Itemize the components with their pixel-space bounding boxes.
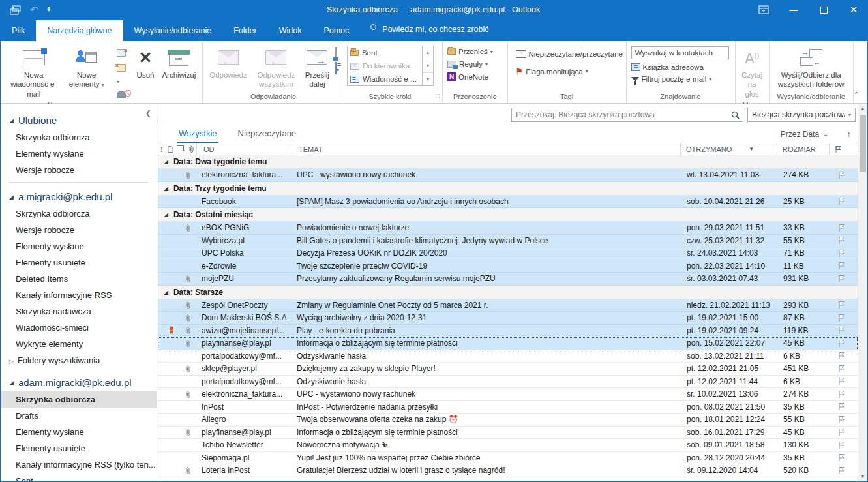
vertical-scrollbar[interactable]: ▲ ▼ [858, 104, 867, 481]
mail-row[interactable]: playfinanse@play.plInformacja o zbliżają… [158, 427, 858, 440]
column-from[interactable]: OD [196, 143, 292, 155]
flag-icon[interactable] [829, 401, 858, 414]
mail-row[interactable]: portalpodatkowy@mf...Odzyskiwanie hasłap… [158, 376, 858, 389]
mail-row[interactable]: sklep@player.plDziękujemy za zakupy w sk… [158, 363, 858, 376]
mail-row[interactable]: AllegroTwoja obserwowana oferta czeka na… [158, 414, 858, 427]
search-scope-dropdown[interactable]: Bieżąca skrzynka pocztowa ▾ [747, 108, 856, 122]
ribbon-display-options-icon[interactable] [749, 1, 779, 19]
flag-icon[interactable] [829, 452, 858, 464]
expanded-triangle-icon[interactable]: ◢ [9, 194, 14, 200]
read-aloud-button[interactable]: A)) Czytajna głos [738, 45, 766, 100]
mail-row[interactable]: Zespół OnetPocztyZmiany w Regulaminie On… [158, 299, 858, 312]
sidebar-item-elementy-usuni-te[interactable]: Elementy usunięte [1, 440, 157, 457]
sort-direction-icon[interactable]: ↑ [847, 129, 852, 139]
flag-icon[interactable] [829, 350, 858, 363]
mail-search-box[interactable] [511, 108, 743, 122]
unread-read-button[interactable]: Nieprzeczytane/przeczytane [516, 50, 623, 58]
expanded-triangle-icon[interactable]: ◢ [164, 211, 168, 218]
mail-group-header[interactable]: ◢Data: Dwa tygodnie temu [158, 155, 858, 169]
junk-icon[interactable]: ▾ [117, 63, 131, 86]
search-contacts-input[interactable]: Wyszukaj w kontaktach [631, 46, 729, 59]
mail-row[interactable]: mojePZUPrzesyłamy zaktualizowany Regulam… [158, 273, 858, 286]
mail-row[interactable]: UPC PolskaDecyzja Prezesa UOKiK nr DOZIK… [158, 247, 858, 260]
new-email-button[interactable]: Nowa wiadomość e-mail [3, 45, 64, 100]
undo-icon[interactable]: ↶ [30, 4, 38, 16]
collapse-ribbon-icon[interactable]: ⌃ [854, 91, 860, 99]
mail-row[interactable]: elektroniczna_faktura...UPC - wystawiono… [158, 169, 858, 182]
sidebar-item-wykryte-elementy[interactable]: Wykryte elementy [1, 336, 157, 352]
expanded-triangle-icon[interactable]: ◢ [9, 380, 14, 386]
sidebar-item-kana-y-informacyjne-rss-tylko-ten[interactable]: Kanały informacyjne RSS (tylko ten... [1, 457, 157, 473]
column-subject[interactable]: TEMAT [292, 143, 680, 155]
column-flag-icon[interactable] [829, 143, 858, 155]
flag-icon[interactable] [829, 325, 858, 337]
flag-icon[interactable] [829, 414, 858, 426]
flag-icon[interactable] [829, 388, 858, 400]
minimize-button[interactable]: — [779, 1, 809, 19]
sort-by-dropdown[interactable]: Przez Data ⌄ ↑ [781, 129, 851, 143]
move-button[interactable]: ↓ Przenieś ▾ [447, 48, 493, 55]
flag-icon[interactable] [829, 222, 858, 234]
send-receive-all-button[interactable]: →← Wyślij/Odbierz dlawszystkich folderów [774, 45, 848, 91]
sidebar-item-kana-y-informacyjne-rss[interactable]: Kanały informacyjne RSS [1, 287, 157, 303]
mail-row[interactable]: portalpodatkowy@mf...Odzyskiwanie hasłas… [158, 350, 858, 363]
tab-unread-mail[interactable]: Nieprzeczytane [237, 126, 298, 143]
forward-button[interactable]: → Prześlij dalej [301, 45, 333, 91]
flag-icon[interactable] [829, 260, 858, 273]
flag-icon[interactable] [829, 363, 858, 375]
mail-row[interactable]: Loteria InPostGratulacje! Bierzesz udzia… [158, 464, 858, 477]
flag-icon[interactable] [829, 439, 858, 451]
sidebar-item-deleted-items[interactable]: Deleted Items [1, 271, 157, 287]
quick-steps-scroll[interactable]: ▲ ▼ ▼ [423, 46, 434, 86]
customize-qat-icon[interactable]: ▾ [48, 7, 51, 12]
ignore-icon[interactable] [117, 48, 131, 59]
sidebar-item-skrzynka-odbiorcza[interactable]: Skrzynka odbiorcza [1, 205, 157, 222]
ribbon-tab-pomoc[interactable]: Pomoc [312, 20, 360, 41]
maximize-button[interactable] [809, 1, 839, 19]
flag-icon[interactable] [829, 299, 858, 312]
quick-steps-dialog-launcher-icon[interactable]: ⛶ [436, 91, 440, 102]
column-size[interactable]: ROZMIAR [777, 143, 829, 155]
mail-search-input[interactable] [512, 110, 727, 119]
column-item-type-icon[interactable] [166, 143, 175, 155]
mail-row[interactable]: InPostInPost - Potwierdzenie nadania prz… [158, 401, 858, 414]
mail-row[interactable]: Siepomaga.plYupi! Jest już 100% na wspar… [158, 452, 858, 465]
flag-icon[interactable] [829, 312, 858, 324]
mail-row[interactable]: e-ZdrowieTwoje szczepienie przeciw COVID… [158, 260, 858, 273]
onenote-button[interactable]: N OneNote [447, 72, 493, 81]
meeting-icon[interactable] [335, 48, 339, 59]
delete-button[interactable]: ✕ Usuń [133, 45, 158, 81]
mail-group-header[interactable]: ◢Data: Trzy tygodnie temu [158, 182, 858, 196]
mail-row[interactable]: Dom Maklerski BOŚ S.A.Wyciąg archiwalny … [158, 312, 858, 325]
flag-icon[interactable] [829, 247, 858, 260]
mail-row[interactable]: Facebook[SPAM] Masz 3 powiadomienia oo A… [158, 196, 858, 209]
sidebar-item-elementy-wys-ane[interactable]: Elementy wysłane [1, 238, 157, 254]
ribbon-tab-wysy-anie-odbieranie[interactable]: Wysyłanie/odbieranie [123, 20, 223, 41]
send-receive-status-icon[interactable] [10, 5, 21, 15]
flag-icon[interactable] [829, 273, 858, 285]
mail-row[interactable]: Tchibo NewsletterNoworoczna motywacja ⛷s… [158, 439, 858, 452]
flag-icon[interactable] [829, 235, 858, 247]
filter-email-button[interactable]: Filtruj pocztę e-mail ▾ [631, 75, 729, 83]
sidebar-item-wersje-robocze[interactable]: Wersje robocze [1, 162, 157, 178]
ribbon-tab-widok[interactable]: Widok [268, 20, 313, 41]
expanded-triangle-icon[interactable]: ◢ [9, 117, 14, 124]
flag-icon[interactable] [829, 169, 858, 181]
scroll-down-icon[interactable]: ▼ [858, 472, 867, 481]
mail-row[interactable]: Wyborcza.plBill Gates o pandemii i katas… [158, 235, 858, 248]
collapse-sidebar-icon[interactable]: ❮ [145, 109, 151, 117]
ribbon-tab-folder[interactable]: Folder [222, 20, 267, 41]
scroll-up-icon[interactable]: ▲ [858, 104, 867, 113]
collapsed-triangle-icon[interactable]: ▷ [9, 358, 14, 365]
flag-icon[interactable] [829, 337, 858, 350]
sidebar-account-ulubione[interactable]: ◢Ulubione [1, 112, 157, 129]
column-importance[interactable]: ! [158, 143, 166, 155]
expanded-triangle-icon[interactable]: ◢ [164, 289, 168, 295]
column-mail-state-icon[interactable] [175, 143, 187, 155]
sidebar-item-wiadomo-ci-mieci[interactable]: Wiadomości-śmieci [1, 320, 157, 336]
rules-button[interactable]: Reguły ▾ [447, 60, 493, 68]
reply-all-button[interactable]: ← Odpowiedz wszystkim [251, 45, 301, 91]
mail-group-header[interactable]: ◢Data: Ostatni miesiąc [158, 208, 858, 222]
quick-step-sent[interactable]: ↓Sent [348, 46, 422, 59]
mail-group-header[interactable]: ◢Data: Starsze [158, 286, 858, 299]
